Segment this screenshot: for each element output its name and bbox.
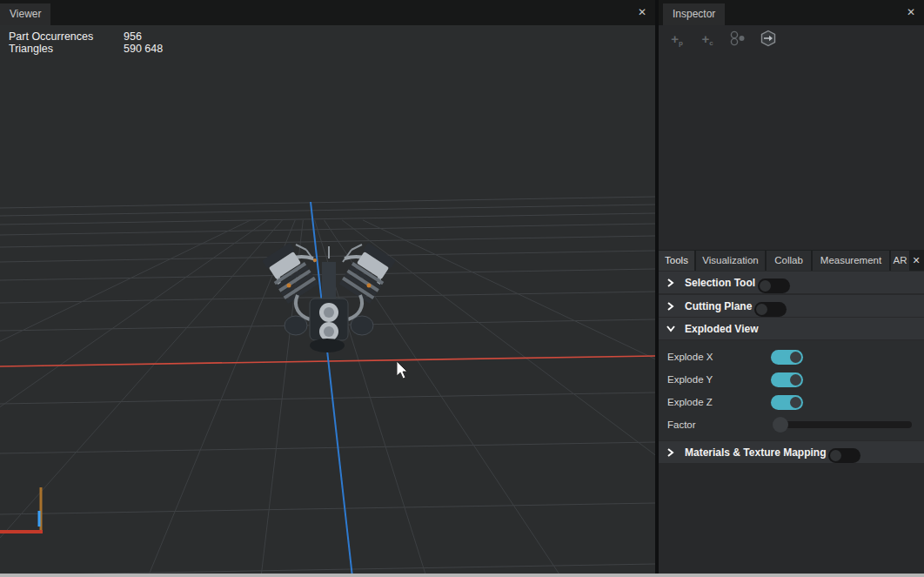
chevron-down-icon (666, 324, 685, 334)
tab-ar[interactable]: AR (891, 251, 909, 271)
add-part-icon[interactable]: +p (667, 30, 686, 47)
add-component-icon[interactable]: +c (698, 30, 717, 47)
factor-slider[interactable] (774, 421, 912, 428)
viewer-close-icon[interactable]: ✕ (635, 5, 649, 19)
section-selection-tool[interactable]: Selection Tool (659, 272, 924, 293)
explode-z-label: Explode Z (667, 397, 713, 407)
section-materials-texture-mapping[interactable]: Materials & Texture Mapping (659, 441, 924, 463)
viewport-3d[interactable]: Part Occurrences 956 Triangles 590 648 (0, 25, 655, 577)
explode-z-row: Explode Z (659, 391, 924, 413)
inspector-tab-strip: Tools Visualization Collab Measurement A… (659, 250, 924, 271)
factor-row: Factor (659, 413, 924, 436)
exploded-view-body: Explode X Explode Y Explode Z Factor (659, 340, 924, 440)
section-exploded-view[interactable]: Exploded View (659, 318, 924, 339)
tab-measurement[interactable]: Measurement (813, 251, 889, 271)
chevron-right-icon (666, 278, 685, 288)
explode-x-toggle[interactable] (771, 350, 803, 365)
scene-stats: Part Occurrences 956 Triangles 590 648 (9, 30, 163, 55)
materials-toggle[interactable] (828, 448, 860, 463)
stat-value: 590 648 (124, 43, 163, 55)
section-title: Exploded View (685, 323, 758, 335)
tab-strip-close-icon[interactable]: ✕ (910, 253, 922, 267)
explode-y-label: Explode Y (667, 374, 713, 385)
mouse-cursor (397, 361, 407, 379)
cutting-plane-toggle[interactable] (754, 302, 787, 317)
factor-label: Factor (667, 419, 696, 430)
explode-y-row: Explode Y (659, 368, 924, 391)
ground-grid (0, 197, 655, 577)
stat-value: 956 (124, 30, 142, 43)
section-cutting-plane[interactable]: Cutting Plane (659, 295, 924, 317)
stat-label: Triangles (9, 43, 124, 55)
section-title: Cutting Plane (685, 300, 752, 312)
explode-x-label: Explode X (667, 352, 713, 362)
tab-collab[interactable]: Collab (767, 251, 811, 271)
application-window: Viewer ✕ (0, 0, 924, 577)
stat-triangles: Triangles 590 648 (9, 43, 163, 55)
explode-z-toggle[interactable] (771, 395, 803, 410)
tab-visualization[interactable]: Visualization (696, 251, 765, 271)
explode-x-row: Explode X (659, 346, 924, 368)
stat-label: Part Occurrences (9, 30, 124, 43)
tab-tools[interactable]: Tools (659, 251, 694, 271)
scene-canvas (0, 25, 655, 577)
explode-y-toggle[interactable] (771, 372, 803, 387)
chevron-right-icon (666, 301, 685, 312)
tab-inspector[interactable]: Inspector (663, 3, 725, 25)
inspector-toolbar: +p +c (659, 25, 924, 51)
tab-viewer[interactable]: Viewer (0, 3, 50, 25)
inspector-close-icon[interactable]: ✕ (904, 5, 918, 19)
part-group-icon[interactable] (728, 30, 747, 47)
engine-model (260, 242, 397, 352)
section-title: Materials & Texture Mapping (685, 446, 826, 459)
selection-tool-toggle[interactable] (758, 278, 790, 293)
inspector-panel: Inspector ✕ +p +c (659, 0, 924, 577)
viewer-tabbar: Viewer ✕ (0, 0, 655, 25)
stat-part-occurrences: Part Occurrences 956 (9, 30, 163, 43)
section-title: Selection Tool (685, 277, 755, 289)
chevron-right-icon (666, 447, 685, 458)
factor-slider-knob[interactable] (773, 417, 788, 433)
window-bottom-edge (0, 574, 924, 577)
inspector-tabbar: Inspector ✕ (659, 0, 924, 25)
axis-gizmo (0, 487, 43, 533)
import-model-icon[interactable] (759, 30, 778, 47)
viewer-panel: Viewer ✕ (0, 0, 655, 577)
